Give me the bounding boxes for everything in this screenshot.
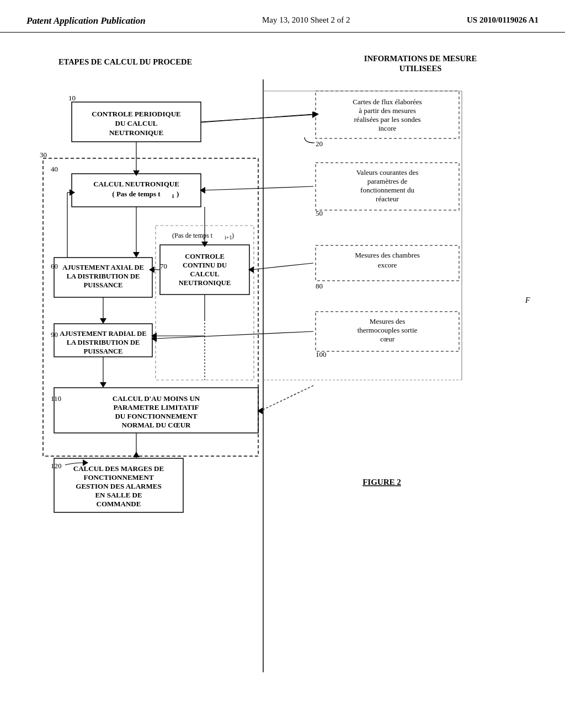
box-120-line3: GESTION DES ALARMES [76, 482, 161, 490]
label-110: 110 [51, 394, 61, 403]
box-60-line3: PUISSANCE [84, 281, 123, 289]
label-50: 50 [316, 209, 323, 217]
box-110-line2: PARAMETRE LIMITATIF [114, 403, 199, 411]
publication-title: Patent Application Publication [26, 15, 146, 26]
box-20-line3: réalisées par les sondes [354, 115, 421, 124]
diagram-svg: ETAPES DE CALCUL DU PROCEDE INFORMATIONS… [23, 49, 542, 683]
box-110-line1: CALCUL D'AU MOINS UN [113, 394, 200, 403]
box-80-line1: Mesures des chambres [355, 251, 420, 259]
box-100-line2: thermocouples sortie [358, 326, 418, 334]
arrow-40-to-70-head [201, 242, 208, 247]
box-120-line5: COMMANDE [97, 500, 141, 508]
box-50-line3: fonctionnement du [360, 186, 414, 194]
arrow-100-to-90-line [154, 331, 313, 339]
box-40-subscript: i [172, 192, 174, 199]
box-90-line3: PUISSANCE [84, 347, 123, 355]
sheet-info: May 13, 2010 Sheet 2 of 2 [262, 15, 350, 25]
box-110-line4: NORMAL DU CŒUR [122, 421, 191, 429]
box-110-line3: DU FONCTIONNEMENT [115, 412, 197, 420]
arrow-40-down-head [133, 252, 140, 258]
box-90-line2: LA DISTRIBUTION DE [67, 339, 140, 346]
arrow-80-to-70-line [252, 263, 313, 270]
box-10-line3: NEUTRONIQUE [109, 129, 163, 137]
box-50-line1: Valeurs courantes des [356, 168, 419, 176]
box-100-line3: cœur [380, 335, 395, 343]
arrow-60-up-head [70, 189, 75, 196]
box-70-line4: NEUTRONIQUE [179, 279, 231, 287]
label-10: 10 [68, 94, 76, 102]
box-60-line2: LA DISTRIBUTION DE [67, 272, 140, 280]
box-120-line2: FONCTIONNEMENT [83, 473, 153, 481]
col-right-header-2: UTILISEES [399, 64, 442, 73]
f-label: F [525, 296, 530, 304]
box-20-line1: Cartes de flux élaborées [353, 98, 422, 106]
arrow-110-to-120-head [133, 452, 140, 457]
box-90-line1: AJUSTEMENT RADIAL DE [60, 330, 146, 338]
label-20: 20 [316, 140, 323, 148]
label-100: 100 [316, 350, 327, 358]
box-80-line2: excore [378, 261, 397, 269]
box-20-line4: incore [379, 124, 397, 132]
label-30: 30 [40, 151, 47, 159]
arrow-70-to-60-head [149, 266, 154, 273]
box-40-line2: ( Pas de temps t [112, 190, 161, 198]
box-100-line1: Mesures des [370, 317, 406, 325]
box-70-line2: CONTINU DU [183, 261, 227, 269]
page-header: Patent Application Publication May 13, 2… [0, 0, 565, 33]
box-30-rect [43, 158, 258, 456]
box-60-line1: AJUSTEMENT AXIAL DE [62, 264, 144, 271]
label-40: 40 [51, 165, 58, 173]
label-80: 80 [316, 282, 323, 290]
col-left-header: ETAPES DE CALCUL DU PROCEDE [58, 57, 192, 66]
box-70-line1: CONTROLE [185, 253, 225, 260]
box-20-line2: à partir des mesures [359, 106, 416, 115]
patent-number: US 2010/0119026 A1 [467, 15, 539, 25]
arrow-60-to-90-head [100, 318, 106, 324]
label-70: 70 [160, 262, 167, 270]
arrow-100-to-110-line [260, 386, 313, 411]
box-10-line2: DU CALCUL [115, 119, 158, 127]
arrow-90-to-110-head [100, 382, 106, 388]
box-50-line4: réacteur [376, 195, 399, 203]
box-70-line3: CALCUL [190, 270, 220, 278]
label-120: 120 [51, 462, 62, 470]
page-container: Patent Application Publication May 13, 2… [0, 0, 565, 700]
box-40-line1: CALCUL NEUTRONIQUE [93, 180, 179, 188]
ti1-label: (Pas de temps t [172, 232, 213, 239]
box-40-paren: ) [177, 190, 179, 198]
box-120-line1: CALCUL DES MARGES DE [73, 464, 164, 473]
col-right-header-1: INFORMATIONS DE MESURE [364, 54, 477, 63]
arrow-10-to-40-head [133, 170, 140, 176]
box-120-line4: EN SALLE DE [95, 491, 142, 499]
box-10-line1: CONTROLE PERIODIQUE [92, 110, 180, 118]
arrow-20-curve [305, 137, 315, 143]
ti1-subscript: i+1 [225, 234, 232, 240]
ti1-paren: ) [232, 232, 234, 239]
box-50-line2: paramètres de [367, 177, 408, 185]
arrow-10-20-main [201, 115, 313, 122]
diagram-area: ETAPES DE CALCUL DU PROCEDE INFORMATIONS… [0, 33, 565, 700]
figure-label: FIGURE 2 [363, 478, 401, 486]
